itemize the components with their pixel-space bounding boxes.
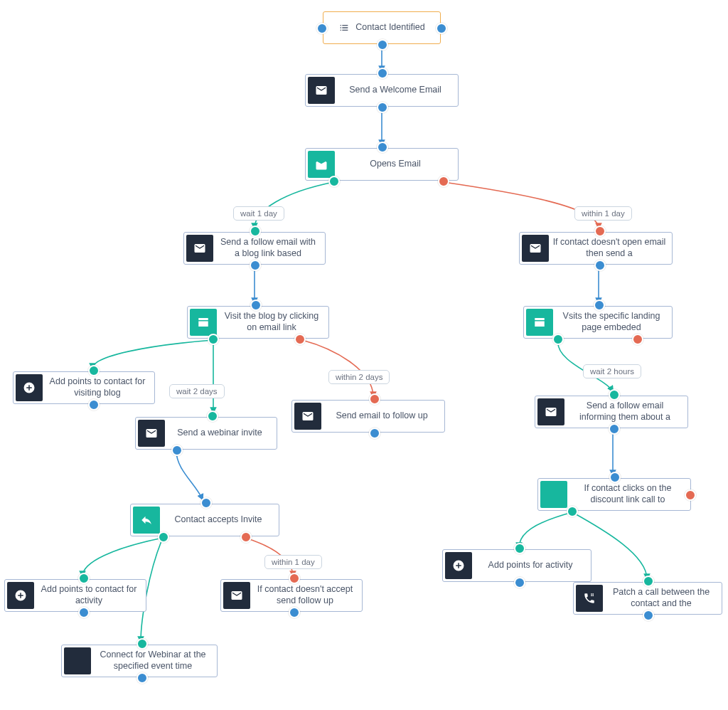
node-visits-landing[interactable]: Vsits the specific landing page embeded: [523, 306, 673, 339]
page-icon: [190, 309, 217, 336]
mail-icon: [537, 398, 564, 425]
node-visit-blog[interactable]: Visit the blog by clicking on email link: [187, 306, 329, 339]
node-label: Patch a call between the contact and the: [605, 586, 722, 610]
edge-label-within-1-day-b: within 1 day: [264, 555, 322, 569]
node-label: If contact doesn't accept send follow up: [252, 583, 362, 608]
node-label: Send a webinar invite: [167, 426, 277, 440]
edge-label-wait-2-days: wait 2 days: [169, 384, 225, 398]
add-points-icon: [7, 582, 34, 609]
node-send-follow-blog[interactable]: Send a follow email with a blog link bas…: [183, 232, 326, 265]
edge-label-wait-2-hours: wait 2 hours: [583, 364, 641, 378]
reply-icon: [133, 507, 160, 534]
node-follow-discount[interactable]: Send a follow email informing them about…: [535, 396, 688, 428]
node-send-welcome-email[interactable]: Send a Welcome Email: [305, 74, 459, 107]
node-followup-decline[interactable]: If contact doesn't accept send follow up: [220, 579, 363, 612]
node-label: Contact accepts Invite: [162, 513, 279, 527]
add-points-icon: [445, 552, 472, 579]
node-points-activity[interactable]: Add points to contact for activity: [4, 579, 146, 612]
node-label: If contact clicks on the discount link c…: [569, 482, 690, 507]
edge-label-wait-1-day: wait 1 day: [233, 206, 284, 221]
node-label: Opens Email: [337, 157, 458, 171]
phone-icon: [576, 585, 603, 612]
node-label: Add points to contact for visiting blog: [45, 375, 154, 400]
node-patch-call[interactable]: Patch a call between the contact and the: [573, 582, 722, 615]
square-icon: [64, 647, 91, 674]
mail-icon: [223, 582, 250, 609]
mail-icon: [308, 77, 335, 104]
node-followup-noblog[interactable]: Send email to follow up: [291, 400, 445, 433]
mail-icon: [138, 420, 165, 447]
node-label: Send a follow email informing them about…: [567, 399, 687, 424]
edge-label-within-1-day: within 1 day: [574, 206, 632, 221]
node-label: Visit the blog by clicking on email link: [219, 309, 328, 334]
node-points-blog[interactable]: Add points to contact for visiting blog: [13, 371, 155, 404]
node-points-discount[interactable]: Add points for activity: [442, 549, 592, 582]
node-label: Contact Identified: [355, 22, 424, 33]
node-send-webinar-invite[interactable]: Send a webinar invite: [135, 417, 277, 450]
add-points-icon: [16, 374, 43, 401]
page-icon: [526, 309, 553, 336]
blank-icon: [540, 481, 567, 508]
node-label: Connect for Webinar at the specified eve…: [93, 648, 217, 673]
node-label: Vsits the specific landing page embeded: [555, 309, 672, 334]
list-icon: [338, 22, 350, 33]
node-label: Send email to follow up: [323, 409, 444, 423]
node-accept-invite[interactable]: Contact accepts Invite: [130, 504, 279, 536]
node-label: Add points to contact for activity: [36, 583, 146, 608]
node-noopen-send[interactable]: If contact doesn't open email then send …: [519, 232, 673, 265]
node-label: Add points for activity: [474, 558, 591, 573]
edge-label-within-2-days: within 2 days: [328, 370, 390, 384]
node-opens-email[interactable]: Opens Email: [305, 148, 459, 181]
mail-icon: [186, 235, 213, 262]
node-label: Send a Welcome Email: [337, 83, 458, 97]
open-mail-icon: [308, 151, 335, 178]
node-contact-identified[interactable]: Contact Identified: [323, 11, 441, 44]
node-label: If contact doesn't open email then send …: [551, 235, 672, 260]
node-label: Send a follow email with a blog link bas…: [215, 235, 325, 260]
mail-icon: [294, 403, 321, 430]
node-clicks-discount[interactable]: If contact clicks on the discount link c…: [537, 478, 691, 511]
mail-icon: [522, 235, 549, 262]
node-connect-webinar[interactable]: Connect for Webinar at the specified eve…: [61, 645, 218, 677]
